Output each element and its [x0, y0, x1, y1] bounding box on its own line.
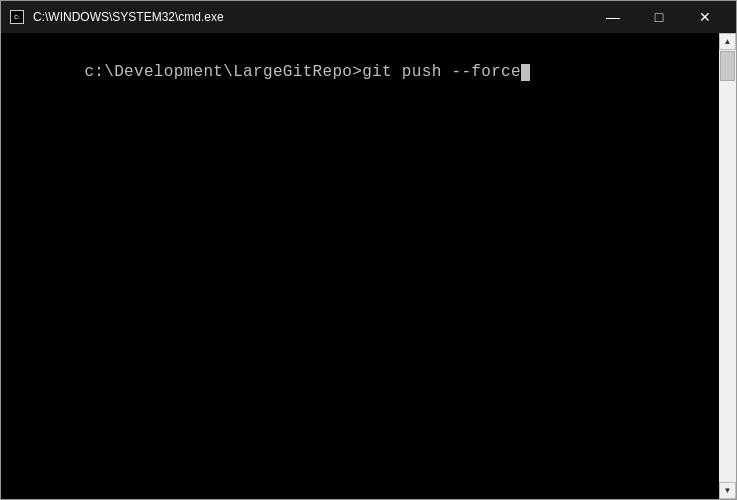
window-controls: — □ ✕ [590, 1, 728, 33]
command: git push --force [362, 63, 521, 81]
terminal-line: c:\Development\LargeGitRepo>git push --f… [5, 39, 715, 106]
minimize-button[interactable]: — [590, 1, 636, 33]
scroll-thumb[interactable] [720, 51, 735, 81]
scrollbar-right[interactable]: ▲ ▼ [719, 33, 736, 499]
prompt: c:\Development\LargeGitRepo> [84, 63, 362, 81]
cmd-window: C:\WINDOWS\SYSTEM32\cmd.exe — □ ✕ c:\Dev… [0, 0, 737, 500]
window-title: C:\WINDOWS\SYSTEM32\cmd.exe [33, 10, 224, 24]
cmd-icon [10, 10, 24, 24]
content-area: c:\Development\LargeGitRepo>git push --f… [1, 33, 736, 499]
terminal[interactable]: c:\Development\LargeGitRepo>git push --f… [1, 33, 719, 499]
window-icon [9, 9, 25, 25]
cursor [521, 64, 530, 81]
maximize-button[interactable]: □ [636, 1, 682, 33]
scroll-down-button[interactable]: ▼ [719, 482, 736, 499]
close-button[interactable]: ✕ [682, 1, 728, 33]
title-bar: C:\WINDOWS\SYSTEM32\cmd.exe — □ ✕ [1, 1, 736, 33]
scroll-track[interactable] [719, 50, 736, 482]
title-bar-left: C:\WINDOWS\SYSTEM32\cmd.exe [9, 9, 224, 25]
scroll-up-button[interactable]: ▲ [719, 33, 736, 50]
